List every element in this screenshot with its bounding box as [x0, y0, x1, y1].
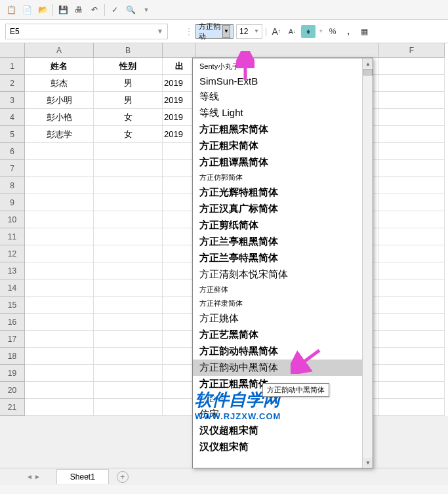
cell[interactable] — [379, 160, 445, 177]
cell[interactable] — [25, 331, 94, 348]
cell[interactable]: 2019 — [163, 126, 195, 143]
add-sheet-button[interactable]: + — [117, 471, 129, 483]
cell[interactable]: 男 — [94, 92, 163, 109]
row-header[interactable]: 13 — [0, 262, 25, 279]
cell[interactable] — [163, 228, 195, 245]
font-option[interactable]: 等线 Light — [193, 105, 373, 121]
cell[interactable]: 2019 — [163, 92, 195, 109]
cell[interactable] — [379, 228, 445, 245]
cell[interactable] — [163, 399, 195, 416]
cell[interactable]: 2019 — [163, 75, 195, 92]
cell[interactable] — [163, 314, 195, 331]
spellcheck-icon[interactable]: ✓ — [109, 4, 121, 16]
row-header[interactable]: 5 — [0, 126, 25, 143]
comma-button[interactable]: , — [342, 25, 355, 38]
cell[interactable]: 彭小艳 — [25, 109, 94, 126]
cell[interactable] — [379, 126, 445, 143]
percent-button[interactable]: % — [326, 25, 339, 38]
cell[interactable] — [379, 92, 445, 109]
cell[interactable] — [25, 177, 94, 194]
cell[interactable] — [25, 160, 94, 177]
cell[interactable] — [25, 399, 94, 416]
row-header[interactable]: 4 — [0, 109, 25, 126]
cell[interactable] — [25, 245, 94, 262]
font-option[interactable]: 方正剪纸简体 — [193, 217, 373, 234]
cell[interactable] — [94, 314, 163, 331]
font-option[interactable]: 汉仪粗宋简 — [193, 439, 373, 455]
cell[interactable] — [94, 382, 163, 399]
scroll-up-icon[interactable]: ▲ — [363, 59, 373, 68]
border-button[interactable]: ▦ — [357, 25, 371, 38]
cell[interactable] — [163, 365, 195, 382]
font-option[interactable]: 方正韵动特黑简体 — [193, 343, 373, 360]
column-header[interactable] — [163, 43, 195, 58]
cell[interactable] — [25, 143, 94, 160]
print-icon[interactable]: 🖶 — [73, 4, 85, 16]
cell[interactable] — [379, 297, 445, 314]
cell[interactable] — [94, 279, 163, 297]
font-option[interactable]: Senty小丸子 — [193, 60, 373, 73]
cell[interactable] — [25, 365, 94, 382]
row-header[interactable]: 16 — [0, 314, 25, 331]
cell[interactable] — [94, 262, 163, 279]
row-header[interactable]: 15 — [0, 297, 25, 314]
cell[interactable]: 2019 — [163, 109, 195, 126]
cell[interactable] — [379, 211, 445, 228]
font-option[interactable]: 方正姚体 — [193, 310, 373, 327]
font-option[interactable]: 汉仪超粗宋简 — [193, 422, 373, 439]
cell[interactable] — [379, 177, 445, 194]
row-header[interactable]: 19 — [0, 365, 25, 382]
cell[interactable] — [94, 160, 163, 177]
font-option[interactable]: 方正藓体 — [193, 283, 373, 297]
cell[interactable] — [25, 297, 94, 314]
cell[interactable] — [94, 211, 163, 228]
cell[interactable] — [163, 279, 195, 297]
row-header[interactable]: 14 — [0, 279, 25, 297]
cell[interactable] — [379, 348, 445, 365]
cell[interactable] — [379, 262, 445, 279]
cell[interactable] — [25, 211, 94, 228]
row-header[interactable]: 1 — [0, 58, 25, 75]
cell-reference-box[interactable]: E5 ▼ — [5, 24, 168, 39]
row-header[interactable]: 21 — [0, 399, 25, 416]
cell[interactable] — [25, 314, 94, 331]
cell[interactable] — [163, 177, 195, 194]
cell[interactable] — [163, 382, 195, 399]
cell[interactable] — [163, 331, 195, 348]
tab-prev-icon[interactable]: ◄ — [26, 473, 33, 480]
cell[interactable] — [379, 365, 445, 382]
tab-next-icon[interactable]: ► — [34, 473, 41, 480]
paste-icon[interactable]: 📋 — [5, 4, 17, 16]
cell[interactable] — [379, 109, 445, 126]
cell[interactable] — [379, 314, 445, 331]
new-icon[interactable]: 📄 — [21, 4, 33, 16]
scroll-thumb[interactable] — [363, 69, 373, 75]
column-header[interactable]: F — [379, 43, 445, 58]
row-header[interactable]: 20 — [0, 382, 25, 399]
cell[interactable]: 男 — [94, 75, 163, 92]
find-icon[interactable]: 🔍 — [125, 4, 136, 16]
font-name-combo[interactable]: 方正韵动 ▼ — [195, 24, 234, 39]
cell[interactable]: 姓名 — [25, 58, 94, 75]
cell[interactable] — [94, 194, 163, 211]
cell[interactable] — [163, 143, 195, 160]
font-option[interactable]: 方正光辉特粗简体 — [193, 184, 373, 201]
cell[interactable] — [25, 382, 94, 399]
cell[interactable] — [94, 348, 163, 365]
cell[interactable] — [379, 382, 445, 399]
row-header[interactable]: 9 — [0, 194, 25, 211]
cell[interactable] — [25, 194, 94, 211]
font-option[interactable]: 仿宋 — [193, 406, 373, 422]
cell[interactable] — [163, 262, 195, 279]
cell[interactable] — [379, 58, 445, 75]
font-dropdown-button[interactable]: ▼ — [222, 25, 230, 38]
row-header[interactable]: 12 — [0, 245, 25, 262]
cell[interactable] — [25, 262, 94, 279]
font-size-combo[interactable]: 12 ▼ — [236, 24, 262, 39]
row-header[interactable]: 18 — [0, 348, 25, 365]
decrease-font-button[interactable]: A↓ — [285, 25, 298, 38]
cell[interactable]: 彭志学 — [25, 126, 94, 143]
cell[interactable]: 彭杰 — [25, 75, 94, 92]
cell[interactable] — [25, 228, 94, 245]
font-option[interactable]: 方正兰亭粗黑简体 — [193, 234, 373, 250]
